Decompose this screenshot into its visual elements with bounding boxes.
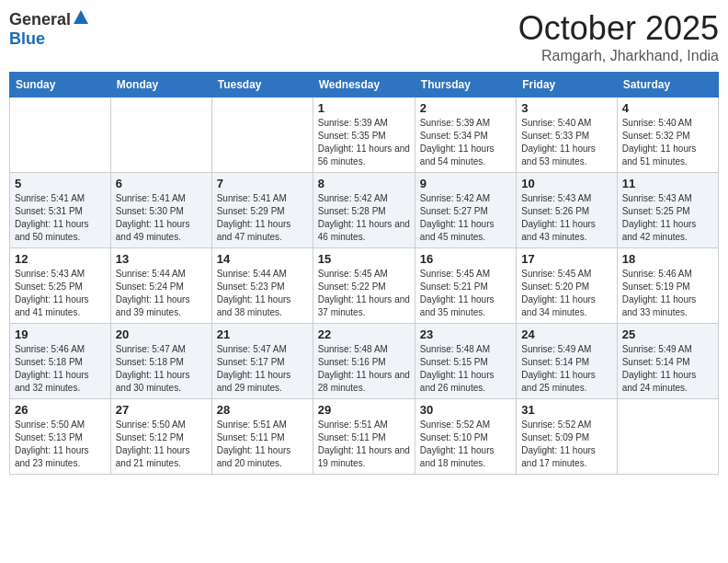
calendar-cell: 6Sunrise: 5:41 AM Sunset: 5:30 PM Daylig… <box>110 173 211 248</box>
cell-info: Sunrise: 5:51 AM Sunset: 5:11 PM Dayligh… <box>217 419 308 470</box>
calendar-cell: 4Sunrise: 5:40 AM Sunset: 5:32 PM Daylig… <box>617 98 718 173</box>
day-number: 2 <box>420 101 511 115</box>
cell-info: Sunrise: 5:47 AM Sunset: 5:18 PM Dayligh… <box>116 343 207 395</box>
cell-info: Sunrise: 5:41 AM Sunset: 5:29 PM Dayligh… <box>217 192 308 244</box>
logo: General Blue <box>9 9 89 49</box>
day-number: 24 <box>521 327 611 341</box>
cell-info: Sunrise: 5:40 AM Sunset: 5:32 PM Dayligh… <box>622 117 713 168</box>
day-number: 21 <box>217 327 308 341</box>
calendar-cell: 29Sunrise: 5:51 AM Sunset: 5:11 PM Dayli… <box>313 399 415 475</box>
title-area: October 2025 Ramgarh, Jharkhand, India <box>518 9 719 64</box>
calendar-cell <box>110 98 211 173</box>
day-number: 18 <box>622 252 713 266</box>
day-number: 15 <box>318 252 410 266</box>
calendar-cell: 19Sunrise: 5:46 AM Sunset: 5:18 PM Dayli… <box>10 324 111 399</box>
logo-triangle-icon <box>73 9 89 26</box>
cell-info: Sunrise: 5:45 AM Sunset: 5:21 PM Dayligh… <box>420 268 511 319</box>
cell-info: Sunrise: 5:43 AM Sunset: 5:25 PM Dayligh… <box>622 192 713 244</box>
day-number: 23 <box>420 327 511 341</box>
cell-info: Sunrise: 5:51 AM Sunset: 5:11 PM Dayligh… <box>318 419 410 470</box>
calendar-table: SundayMondayTuesdayWednesdayThursdayFrid… <box>9 72 719 475</box>
cell-info: Sunrise: 5:49 AM Sunset: 5:14 PM Dayligh… <box>521 343 611 395</box>
weekday-header-sunday: Sunday <box>10 73 111 98</box>
calendar-cell: 3Sunrise: 5:40 AM Sunset: 5:33 PM Daylig… <box>517 98 617 173</box>
day-number: 29 <box>318 403 410 417</box>
day-number: 19 <box>15 327 106 341</box>
cell-info: Sunrise: 5:45 AM Sunset: 5:22 PM Dayligh… <box>318 268 410 319</box>
day-number: 5 <box>15 177 106 190</box>
weekday-header-friday: Friday <box>517 73 617 98</box>
cell-info: Sunrise: 5:46 AM Sunset: 5:18 PM Dayligh… <box>15 343 106 395</box>
cell-info: Sunrise: 5:50 AM Sunset: 5:13 PM Dayligh… <box>15 419 106 470</box>
day-number: 20 <box>116 327 207 341</box>
day-number: 27 <box>116 403 207 417</box>
day-number: 12 <box>15 252 106 266</box>
calendar-cell: 21Sunrise: 5:47 AM Sunset: 5:17 PM Dayli… <box>211 324 313 399</box>
day-number: 30 <box>420 403 511 417</box>
day-number: 4 <box>622 101 713 115</box>
calendar-cell: 16Sunrise: 5:45 AM Sunset: 5:21 PM Dayli… <box>415 248 516 324</box>
calendar-cell: 20Sunrise: 5:47 AM Sunset: 5:18 PM Dayli… <box>110 324 211 399</box>
calendar-header: SundayMondayTuesdayWednesdayThursdayFrid… <box>10 73 719 98</box>
calendar-cell: 23Sunrise: 5:48 AM Sunset: 5:15 PM Dayli… <box>415 324 516 399</box>
day-number: 1 <box>318 101 410 115</box>
weekday-header-wednesday: Wednesday <box>313 73 415 98</box>
calendar-cell <box>617 399 718 475</box>
cell-info: Sunrise: 5:39 AM Sunset: 5:35 PM Dayligh… <box>318 117 410 168</box>
day-number: 11 <box>622 177 713 190</box>
cell-info: Sunrise: 5:46 AM Sunset: 5:19 PM Dayligh… <box>622 268 713 319</box>
day-number: 14 <box>217 252 308 266</box>
calendar-cell <box>10 98 111 173</box>
calendar-cell: 15Sunrise: 5:45 AM Sunset: 5:22 PM Dayli… <box>313 248 415 324</box>
calendar-cell: 24Sunrise: 5:49 AM Sunset: 5:14 PM Dayli… <box>517 324 617 399</box>
cell-info: Sunrise: 5:40 AM Sunset: 5:33 PM Dayligh… <box>521 117 611 168</box>
cell-info: Sunrise: 5:49 AM Sunset: 5:14 PM Dayligh… <box>622 343 713 395</box>
logo-blue-text: Blue <box>9 29 45 48</box>
weekday-header-saturday: Saturday <box>617 73 718 98</box>
cell-info: Sunrise: 5:42 AM Sunset: 5:28 PM Dayligh… <box>318 192 410 244</box>
calendar-cell: 25Sunrise: 5:49 AM Sunset: 5:14 PM Dayli… <box>617 324 718 399</box>
weekday-header-tuesday: Tuesday <box>211 73 313 98</box>
calendar-cell: 2Sunrise: 5:39 AM Sunset: 5:34 PM Daylig… <box>415 98 516 173</box>
day-number: 25 <box>622 327 713 341</box>
day-number: 13 <box>116 252 207 266</box>
day-number: 28 <box>217 403 308 417</box>
month-title: October 2025 <box>518 9 719 48</box>
calendar-cell: 5Sunrise: 5:41 AM Sunset: 5:31 PM Daylig… <box>10 173 111 248</box>
calendar-cell: 30Sunrise: 5:52 AM Sunset: 5:10 PM Dayli… <box>415 399 516 475</box>
cell-info: Sunrise: 5:48 AM Sunset: 5:15 PM Dayligh… <box>420 343 511 395</box>
day-number: 9 <box>420 177 511 190</box>
cell-info: Sunrise: 5:42 AM Sunset: 5:27 PM Dayligh… <box>420 192 511 244</box>
day-number: 6 <box>116 177 207 190</box>
calendar-cell: 31Sunrise: 5:52 AM Sunset: 5:09 PM Dayli… <box>517 399 617 475</box>
calendar-cell <box>211 98 313 173</box>
calendar-cell: 18Sunrise: 5:46 AM Sunset: 5:19 PM Dayli… <box>617 248 718 324</box>
calendar-cell: 8Sunrise: 5:42 AM Sunset: 5:28 PM Daylig… <box>313 173 415 248</box>
cell-info: Sunrise: 5:39 AM Sunset: 5:34 PM Dayligh… <box>420 117 511 168</box>
calendar-cell: 17Sunrise: 5:45 AM Sunset: 5:20 PM Dayli… <box>517 248 617 324</box>
day-number: 10 <box>521 177 611 190</box>
cell-info: Sunrise: 5:43 AM Sunset: 5:26 PM Dayligh… <box>521 192 611 244</box>
calendar-cell: 14Sunrise: 5:44 AM Sunset: 5:23 PM Dayli… <box>211 248 313 324</box>
calendar-cell: 26Sunrise: 5:50 AM Sunset: 5:13 PM Dayli… <box>10 399 111 475</box>
svg-marker-0 <box>74 10 88 24</box>
cell-info: Sunrise: 5:44 AM Sunset: 5:24 PM Dayligh… <box>116 268 207 319</box>
day-number: 22 <box>318 327 410 341</box>
cell-info: Sunrise: 5:48 AM Sunset: 5:16 PM Dayligh… <box>318 343 410 395</box>
cell-info: Sunrise: 5:41 AM Sunset: 5:30 PM Dayligh… <box>116 192 207 244</box>
day-number: 17 <box>521 252 611 266</box>
logo-general-text: General <box>9 10 71 29</box>
calendar-cell: 10Sunrise: 5:43 AM Sunset: 5:26 PM Dayli… <box>517 173 617 248</box>
cell-info: Sunrise: 5:45 AM Sunset: 5:20 PM Dayligh… <box>521 268 611 319</box>
page-header: General Blue October 2025 Ramgarh, Jhark… <box>9 9 719 64</box>
cell-info: Sunrise: 5:52 AM Sunset: 5:10 PM Dayligh… <box>420 419 511 470</box>
calendar-cell: 1Sunrise: 5:39 AM Sunset: 5:35 PM Daylig… <box>313 98 415 173</box>
day-number: 16 <box>420 252 511 266</box>
calendar-cell: 7Sunrise: 5:41 AM Sunset: 5:29 PM Daylig… <box>211 173 313 248</box>
day-number: 26 <box>15 403 106 417</box>
calendar-cell: 11Sunrise: 5:43 AM Sunset: 5:25 PM Dayli… <box>617 173 718 248</box>
calendar-cell: 28Sunrise: 5:51 AM Sunset: 5:11 PM Dayli… <box>211 399 313 475</box>
calendar-cell: 27Sunrise: 5:50 AM Sunset: 5:12 PM Dayli… <box>110 399 211 475</box>
cell-info: Sunrise: 5:52 AM Sunset: 5:09 PM Dayligh… <box>521 419 611 470</box>
cell-info: Sunrise: 5:50 AM Sunset: 5:12 PM Dayligh… <box>116 419 207 470</box>
